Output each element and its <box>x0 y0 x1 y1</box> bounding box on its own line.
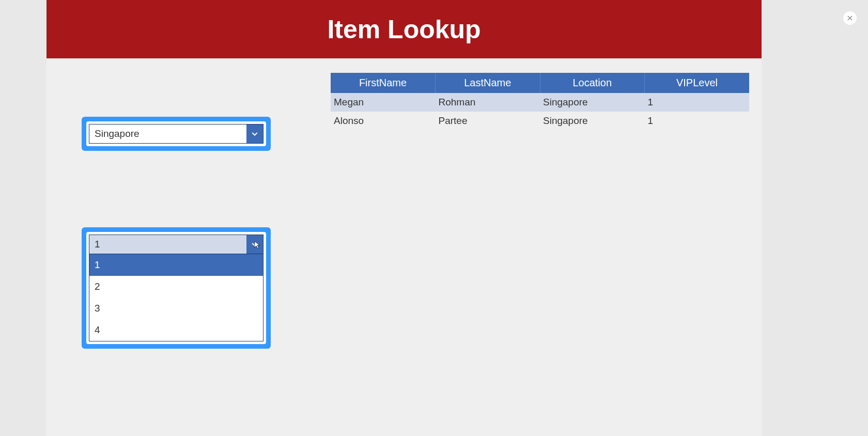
results-table: FirstName LastName Location VIPLevel Meg… <box>331 73 749 130</box>
table-row[interactable]: Megan Rohman Singapore 1 <box>331 93 749 112</box>
cell-firstname: Alonso <box>331 112 436 130</box>
page-title: Item Lookup <box>327 14 481 44</box>
viplevel-dropdown-wrap: 1 1 2 3 4 <box>86 232 266 344</box>
location-dropdown-wrap: Singapore <box>86 121 266 146</box>
cell-lastname: Partee <box>436 112 540 130</box>
column-header-location[interactable]: Location <box>540 73 645 93</box>
cell-lastname: Rohman <box>436 93 540 112</box>
column-header-viplevel[interactable]: VIPLevel <box>645 73 750 93</box>
column-header-lastname[interactable]: LastName <box>436 73 540 93</box>
close-icon <box>846 14 854 22</box>
viplevel-option-3[interactable]: 3 <box>89 298 263 319</box>
location-dropdown-arrow[interactable] <box>246 124 263 143</box>
cell-viplevel: 1 <box>645 112 750 130</box>
viplevel-dropdown-arrow[interactable] <box>246 235 263 254</box>
table-row[interactable]: Alonso Partee Singapore 1 <box>331 112 749 130</box>
location-dropdown-value: Singapore <box>89 124 246 143</box>
viplevel-dropdown-options: 1 2 3 4 <box>89 254 264 341</box>
cell-viplevel: 1 <box>645 93 750 112</box>
content-area: Singapore 1 <box>47 58 762 436</box>
main-panel: Item Lookup Singapore 1 <box>47 0 762 436</box>
cell-firstname: Megan <box>331 93 436 112</box>
viplevel-option-4[interactable]: 4 <box>89 319 263 341</box>
location-dropdown[interactable]: Singapore <box>89 124 264 144</box>
viplevel-dropdown[interactable]: 1 <box>89 235 264 254</box>
location-dropdown-container: Singapore <box>82 117 271 151</box>
viplevel-option-2[interactable]: 2 <box>89 276 263 298</box>
viplevel-option-1[interactable]: 1 <box>89 254 263 276</box>
cell-location: Singapore <box>540 112 645 130</box>
chevron-down-icon <box>251 130 259 138</box>
viplevel-dropdown-container: 1 1 2 3 4 <box>82 227 271 349</box>
header-bar: Item Lookup <box>47 0 762 58</box>
viplevel-dropdown-value: 1 <box>89 235 246 254</box>
chevron-down-icon <box>251 240 259 248</box>
column-header-firstname[interactable]: FirstName <box>331 73 436 93</box>
cell-location: Singapore <box>540 93 645 112</box>
table-header-row: FirstName LastName Location VIPLevel <box>331 73 749 93</box>
close-button[interactable] <box>843 11 857 25</box>
